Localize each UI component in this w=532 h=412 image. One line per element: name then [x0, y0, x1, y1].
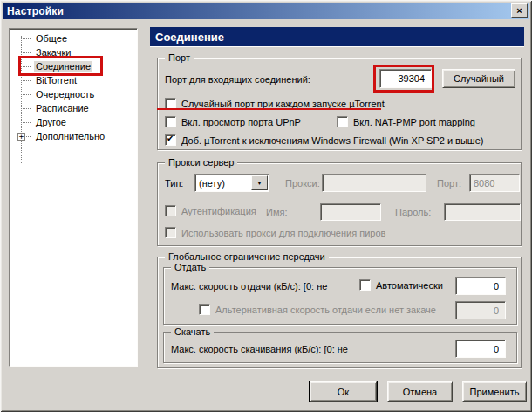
cancel-button[interactable]: Отмена — [387, 381, 453, 402]
port-group: Порт Порт для входящих соединений: Случа… — [157, 58, 522, 150]
page-title: Соединение — [150, 27, 524, 47]
sidebar-item-advanced[interactable]: + Дополнительно — [10, 129, 137, 143]
checkbox-box — [199, 304, 210, 315]
checkbox-checked-icon — [165, 134, 176, 146]
dropdown-arrow-icon[interactable]: ▼ — [251, 175, 268, 190]
close-icon: × — [516, 6, 522, 16]
download-max-label: Макс. скорость скачивания (кБ/с): [0: не — [171, 344, 348, 354]
sidebar-item-bittorrent[interactable]: BitTorrent — [10, 73, 137, 87]
proxy-port-input — [469, 174, 520, 192]
incoming-port-input[interactable] — [379, 69, 432, 88]
download-group-title: Скачать — [171, 326, 214, 338]
proxy-password-input — [444, 203, 521, 221]
checkbox-upnp[interactable]: Вкл. просмотр порта UPnP — [165, 116, 301, 127]
checkbox-proxy-auth: Аутентификация — [165, 205, 256, 216]
proxy-type-label: Тип: — [165, 178, 183, 189]
incoming-port-label: Порт для входящих соединений: — [165, 74, 310, 85]
checkbox-box — [165, 205, 176, 216]
proxy-type-select[interactable]: (нету) ▼ — [194, 174, 269, 192]
rate-limit-group: Глобальное ограничение передачи Отдать М… — [157, 257, 522, 368]
checkbox-box — [337, 116, 348, 127]
checkbox-upload-alt: Альтернативная скорость отдачи если нет … — [199, 304, 436, 315]
proxy-group-title: Прокси сервер — [165, 156, 237, 168]
sidebar-item-other[interactable]: Другое — [10, 115, 137, 129]
checkbox-firewall-exception[interactable]: Доб. µTorrent к исключениям Windows Fire… — [165, 134, 483, 146]
checkbox-box — [165, 98, 176, 109]
upload-max-input[interactable] — [455, 277, 506, 295]
ok-button[interactable]: Ок — [310, 381, 377, 402]
title-bar[interactable]: Настройки — [3, 3, 529, 19]
proxy-type-value: (нету) — [195, 178, 250, 189]
port-group-title: Порт — [165, 52, 194, 64]
sidebar-item-general[interactable]: Общее — [10, 31, 137, 45]
proxy-group: Прокси сервер Тип: (нету) ▼ Прокси: Порт… — [157, 162, 522, 246]
apply-button[interactable]: Применить — [462, 381, 527, 402]
checkbox-proxy-peers: Использовать прокси для подключения пиро… — [165, 227, 385, 238]
upload-group-title: Отдать — [171, 261, 209, 273]
proxy-port-label: Порт: — [437, 178, 461, 189]
window-title: Настройки — [7, 5, 64, 17]
upload-group: Отдать Макс. скорость отдачи (кБ/с): [0:… — [163, 267, 517, 325]
random-port-button[interactable]: Случайный — [442, 69, 515, 88]
settings-tree: Общее Закачки Соединение BitTorrent Очер… — [9, 28, 138, 367]
checkbox-box — [165, 227, 176, 238]
upload-max-label: Макс. скорость отдачи (кБ/с): [0: не — [171, 281, 327, 292]
download-group: Скачать Макс. скорость скачивания (кБ/с)… — [163, 332, 517, 363]
download-max-input[interactable] — [455, 340, 506, 358]
checkbox-natpmp[interactable]: Вкл. NAT-PMP port mapping — [337, 116, 475, 127]
sidebar-item-connection[interactable]: Соединение — [10, 59, 137, 73]
settings-dialog: Настройки × Общее Закачки Соединение Bit… — [0, 0, 532, 412]
checkbox-box — [359, 279, 371, 291]
checkbox-upload-auto[interactable]: Автоматически — [359, 279, 443, 291]
proxy-password-label: Пароль: — [395, 207, 431, 217]
checkbox-box — [165, 116, 176, 127]
proxy-host-label: Прокси: — [285, 178, 320, 189]
checkbox-random-port-on-start[interactable]: Случайный порт при каждом запуске µTorre… — [165, 98, 385, 109]
sidebar-item-queueing[interactable]: Очередность — [10, 87, 137, 101]
sidebar-item-scheduler[interactable]: Расписание — [10, 101, 137, 115]
proxy-username-input — [320, 203, 381, 221]
proxy-username-label: Имя: — [266, 207, 287, 217]
proxy-host-input — [322, 174, 426, 192]
close-button[interactable]: × — [511, 3, 528, 18]
tree-expand-icon[interactable]: + — [17, 133, 25, 141]
upload-alt-input — [455, 301, 506, 319]
sidebar-item-downloads[interactable]: Закачки — [10, 45, 137, 59]
